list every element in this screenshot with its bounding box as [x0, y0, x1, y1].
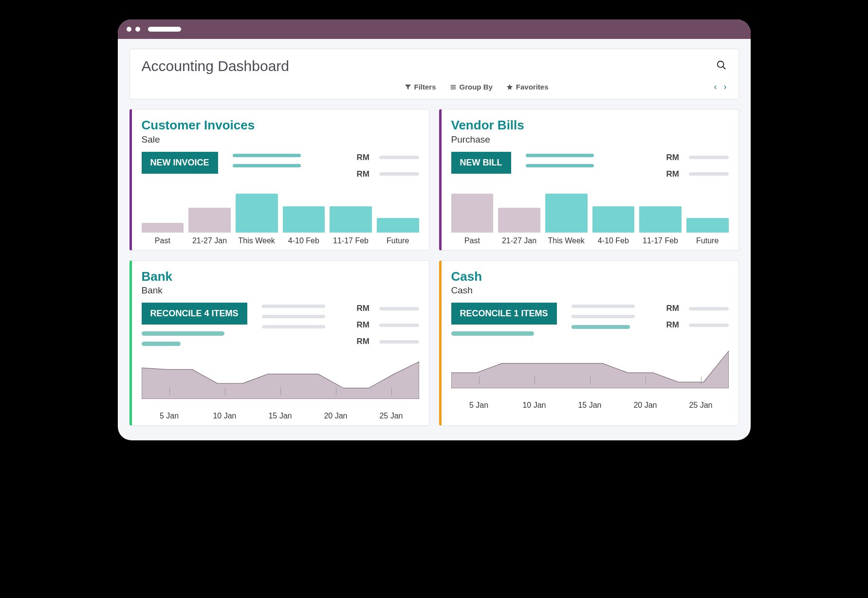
area-chart — [142, 360, 419, 409]
card-subtitle: Bank — [142, 285, 419, 296]
new-invoice-button[interactable]: NEW INVOICE — [142, 152, 218, 174]
card-title[interactable]: Vendor Bills — [451, 118, 729, 132]
currency-value-placeholder — [689, 172, 729, 176]
currency-col: RM RM — [357, 152, 419, 179]
bar-rect — [283, 206, 325, 232]
tick-line — [280, 387, 281, 395]
star-icon — [506, 84, 513, 91]
bar-item — [498, 208, 540, 233]
bar-item — [236, 194, 278, 233]
card-vendor-bills: Vendor Bills Purchase NEW BILL RM RM — [439, 109, 739, 251]
currency-label: RM — [357, 169, 374, 179]
area-label: 20 Jan — [618, 401, 673, 410]
tick-line — [169, 387, 170, 395]
currency-label: RM — [666, 320, 684, 330]
area-chart-labels: 5 Jan10 Jan15 Jan20 Jan25 Jan — [142, 412, 419, 420]
bar-rect — [142, 223, 184, 233]
tick-line — [535, 377, 535, 384]
area-label: 5 Jan — [142, 412, 197, 420]
summary-bar — [572, 305, 635, 308]
bar-label: Future — [686, 236, 729, 245]
control-panel: Accounting Dashboard Filters — [129, 49, 739, 99]
window-title-placeholder — [148, 27, 181, 32]
bar-item — [283, 206, 325, 232]
svg-point-0 — [717, 61, 723, 68]
groupby-button[interactable]: Group By — [450, 83, 493, 91]
area-label: 25 Jan — [364, 412, 419, 420]
favorites-label: Favorites — [516, 83, 549, 91]
window-titlebar — [118, 19, 751, 39]
bar-item — [377, 218, 419, 232]
new-bill-button[interactable]: NEW BILL — [451, 152, 511, 174]
currency-value-placeholder — [379, 340, 419, 344]
reconcile-bank-button[interactable]: RECONCILE 4 ITEMS — [142, 303, 247, 325]
reconcile-cash-button[interactable]: RECONCILE 1 ITEMS — [451, 303, 557, 325]
bar-rect — [639, 206, 682, 232]
summary-bar — [451, 331, 534, 336]
summary-bar — [526, 154, 594, 157]
page-title: Accounting Dashboard — [142, 58, 290, 74]
bar-item — [592, 206, 635, 232]
chevron-right-icon[interactable]: › — [724, 82, 727, 92]
area-label: 10 Jan — [507, 401, 562, 410]
bar-label: This Week — [236, 236, 278, 245]
currency-value-placeholder — [379, 324, 419, 327]
content-area: Accounting Dashboard Filters — [118, 39, 751, 440]
bar-chart — [142, 189, 419, 233]
summary-bars — [572, 303, 635, 330]
bar-item — [142, 223, 184, 233]
card-subtitle: Purchase — [451, 134, 729, 145]
bar-item — [451, 194, 494, 233]
summary-bars — [526, 152, 594, 179]
favorites-button[interactable]: Favorites — [506, 83, 549, 91]
dashboard-grid: Customer Invoices Sale NEW INVOICE RM RM — [129, 109, 739, 426]
currency-label: RM — [666, 153, 684, 163]
bar-label: Past — [142, 236, 184, 245]
card-title[interactable]: Customer Invoices — [142, 118, 419, 132]
bar-label: Past — [451, 236, 494, 245]
currency-value-placeholder — [689, 324, 729, 327]
currency-value-placeholder — [689, 307, 729, 310]
currency-col: RM RM — [666, 303, 729, 330]
area-chart — [451, 349, 729, 398]
currency-value-placeholder — [379, 172, 419, 176]
bar-chart-labels: Past21-27 JanThis Week4-10 Feb11-17 FebF… — [142, 236, 419, 245]
app-window: Accounting Dashboard Filters — [118, 19, 751, 440]
svg-line-1 — [722, 67, 725, 70]
currency-label: RM — [666, 304, 684, 313]
summary-bar — [262, 305, 325, 308]
window-controls[interactable] — [127, 27, 140, 32]
area-label: 20 Jan — [308, 412, 364, 420]
bar-label: 4-10 Feb — [283, 236, 325, 245]
tick-line — [701, 377, 702, 384]
currency-col: RM RM — [666, 152, 729, 179]
summary-bar — [572, 315, 635, 318]
card-subtitle: Cash — [451, 285, 729, 296]
currency-col: RM RM RM — [357, 303, 419, 346]
chevron-left-icon[interactable]: ‹ — [714, 82, 717, 92]
bar-rect — [545, 194, 588, 233]
summary-bar — [142, 331, 224, 336]
window-dot[interactable] — [127, 27, 131, 32]
card-title[interactable]: Cash — [451, 270, 729, 284]
tick-line — [646, 377, 646, 384]
tick-line — [391, 387, 392, 395]
bar-item — [639, 206, 682, 232]
card-customer-invoices: Customer Invoices Sale NEW INVOICE RM RM — [129, 109, 429, 251]
card-title[interactable]: Bank — [142, 270, 419, 284]
filters-label: Filters — [414, 83, 436, 91]
summary-bar — [262, 315, 325, 318]
list-icon — [450, 84, 457, 91]
card-subtitle: Sale — [142, 134, 419, 145]
bar-rect — [188, 208, 231, 233]
currency-label: RM — [357, 337, 374, 346]
filters-button[interactable]: Filters — [405, 83, 436, 91]
summary-bar — [262, 325, 325, 328]
bar-label: 11-17 Feb — [639, 236, 682, 245]
bar-chart-labels: Past21-27 JanThis Week4-10 Feb11-17 FebF… — [451, 236, 729, 245]
bar-item — [686, 218, 729, 232]
bar-label: Future — [377, 236, 419, 245]
window-dot[interactable] — [135, 27, 140, 32]
currency-label: RM — [357, 304, 374, 313]
search-icon[interactable] — [716, 60, 727, 72]
